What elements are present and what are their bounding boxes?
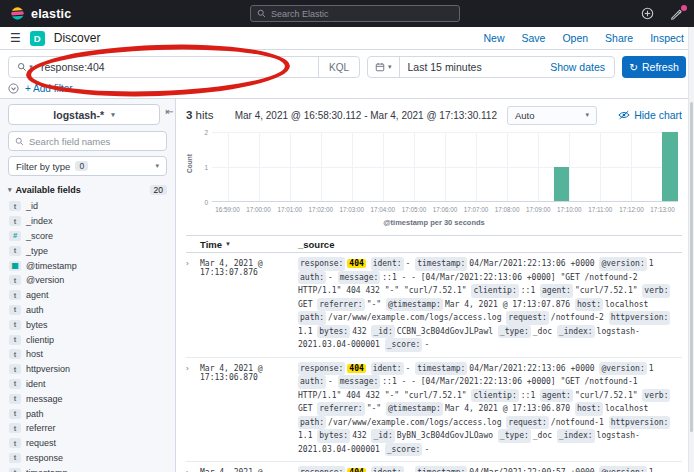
row-time: Mar 4, 2021 @ 17:09:58.278 xyxy=(200,466,298,472)
field-item-request[interactable]: trequest xyxy=(8,436,167,451)
string-field-icon: t xyxy=(9,275,21,285)
collapse-sidebar-icon[interactable]: ⇤ xyxy=(166,106,174,117)
x-tick-label: 17:04:00 xyxy=(371,206,396,213)
x-tick-label: 17:03:00 xyxy=(340,206,365,213)
user-menu-icon[interactable] xyxy=(670,7,684,21)
field-key-badge: clientip: xyxy=(471,284,518,298)
query-input[interactable] xyxy=(41,61,318,73)
open-button[interactable]: Open xyxy=(562,32,588,44)
discover-app-badge[interactable]: D xyxy=(30,31,45,46)
y-axis-label: Count xyxy=(186,154,193,173)
available-fields-header[interactable]: ▾ Available fields 20 xyxy=(8,185,167,195)
show-dates-button[interactable]: Show dates xyxy=(541,61,614,73)
field-name: ident xyxy=(26,379,46,389)
field-item-_type[interactable]: t_type xyxy=(8,243,167,258)
help-icon[interactable] xyxy=(641,7,655,21)
menu-icon[interactable]: ☰ xyxy=(10,32,21,44)
elastic-logo-icon xyxy=(10,6,25,21)
fields-sidebar: ⇤ logstash-* ▾ Filter by type 0 ▾ ▾ Avai… xyxy=(0,99,176,472)
field-name: path xyxy=(26,409,44,419)
filter-by-type[interactable]: Filter by type 0 ▾ xyxy=(8,156,167,176)
field-search-input[interactable] xyxy=(29,136,160,147)
field-item-response[interactable]: tresponse xyxy=(8,451,167,466)
elastic-brand[interactable]: elastic xyxy=(10,6,71,21)
inspect-button[interactable]: Inspect xyxy=(650,32,684,44)
field-item-_index[interactable]: t_index xyxy=(8,214,167,229)
histogram-bar[interactable] xyxy=(662,132,678,201)
string-field-icon: t xyxy=(9,438,21,448)
y-tick-label: 2 xyxy=(196,129,208,136)
field-item-timestamp[interactable]: ttimestamp xyxy=(8,465,167,472)
field-item-host[interactable]: thost xyxy=(8,347,167,362)
string-field-icon: t xyxy=(9,320,21,330)
results-panel: 3 hits Mar 4, 2021 @ 16:58:30.112 - Mar … xyxy=(176,99,694,472)
field-item-httpversion[interactable]: thttpversion xyxy=(8,362,167,377)
field-item-bytes[interactable]: tbytes xyxy=(8,317,167,332)
string-field-icon: t xyxy=(9,290,21,300)
plot-area[interactable] xyxy=(212,132,678,202)
field-item-referrer[interactable]: treferrer xyxy=(8,421,167,436)
chevron-down-icon: ▾ xyxy=(585,111,589,119)
save-button[interactable]: Save xyxy=(521,32,545,44)
field-item-_id[interactable]: t_id xyxy=(8,199,167,214)
hits-bar: 3 hits Mar 4, 2021 @ 16:58:30.112 - Mar … xyxy=(186,103,682,127)
toolbar-actions: New Save Open Share Inspect xyxy=(483,32,684,44)
expand-row-icon[interactable]: › xyxy=(186,466,200,472)
new-button[interactable]: New xyxy=(483,32,504,44)
field-item-ident[interactable]: tident xyxy=(8,377,167,392)
chevron-down-icon: ▾ xyxy=(155,162,159,170)
field-item-@version[interactable]: t@version xyxy=(8,273,167,288)
time-column-header[interactable]: Time ▼ xyxy=(186,239,298,250)
field-item-_score[interactable]: #_score xyxy=(8,229,167,244)
x-tick-label: 17:08:00 xyxy=(495,206,520,213)
field-key-badge: agent: xyxy=(540,389,573,403)
global-search[interactable] xyxy=(250,5,460,22)
field-name: host xyxy=(26,349,43,359)
time-range-value[interactable]: Last 15 minutes xyxy=(400,61,542,73)
interval-select[interactable]: Auto ▾ xyxy=(507,106,597,125)
field-key-badge: @timestamp: xyxy=(386,298,443,312)
chevron-down-icon: ▾ xyxy=(8,186,12,194)
expand-row-icon[interactable]: › xyxy=(186,362,200,457)
x-tick-label: 17:06:00 xyxy=(433,206,458,213)
x-tick-label: 17:05:00 xyxy=(402,206,427,213)
field-key-badge: message: xyxy=(338,271,381,285)
query-language-button[interactable]: KQL xyxy=(318,57,359,77)
field-item-auth[interactable]: tauth xyxy=(8,303,167,318)
refresh-button[interactable]: ↻ Refresh xyxy=(622,56,686,78)
histogram-bar[interactable] xyxy=(554,167,570,202)
field-item-@timestamp[interactable]: ▦@timestamp xyxy=(8,258,167,273)
query-history-icon[interactable]: ▾ xyxy=(9,62,41,72)
index-pattern-select[interactable]: logstash-* ▾ xyxy=(8,104,160,125)
expand-row-icon[interactable]: › xyxy=(186,257,200,352)
filter-icon[interactable] xyxy=(8,83,19,94)
string-field-icon: t xyxy=(9,409,21,419)
field-name: timestamp xyxy=(26,468,68,472)
field-item-message[interactable]: tmessage xyxy=(8,391,167,406)
hide-chart-button[interactable]: Hide chart xyxy=(618,109,682,121)
field-name: httpversion xyxy=(26,364,70,374)
field-key-badge: _type: xyxy=(498,429,531,443)
table-header: Time ▼ _source xyxy=(186,236,682,253)
field-name: request xyxy=(26,438,56,448)
calendar-icon xyxy=(375,62,385,72)
field-key-badge: httpversion: xyxy=(609,311,671,325)
x-tick-label: 17:01:00 xyxy=(277,206,302,213)
add-filter-button[interactable]: + Add filter xyxy=(25,83,73,94)
table-body: ›Mar 4, 2021 @ 17:13:07.876response:404 … xyxy=(186,253,682,472)
row-source: response:404 ident:- timestamp:04/Mar/20… xyxy=(298,257,682,352)
field-item-path[interactable]: tpath xyxy=(8,406,167,421)
share-button[interactable]: Share xyxy=(605,32,633,44)
field-name: response xyxy=(26,453,63,463)
field-key-badge: bytes: xyxy=(317,429,350,443)
field-key-badge: request: xyxy=(506,416,549,430)
field-item-clientip[interactable]: tclientip xyxy=(8,332,167,347)
quick-select-button[interactable]: ▾ xyxy=(368,57,400,77)
scrollbar-thumb[interactable] xyxy=(690,102,693,432)
field-item-agent[interactable]: tagent xyxy=(8,288,167,303)
y-tick-label: 0 xyxy=(196,199,208,206)
scrollbar[interactable] xyxy=(688,27,694,472)
field-key-badge: _score: xyxy=(385,338,423,352)
global-search-input[interactable] xyxy=(271,9,453,19)
field-key-badge: verb: xyxy=(642,389,670,403)
